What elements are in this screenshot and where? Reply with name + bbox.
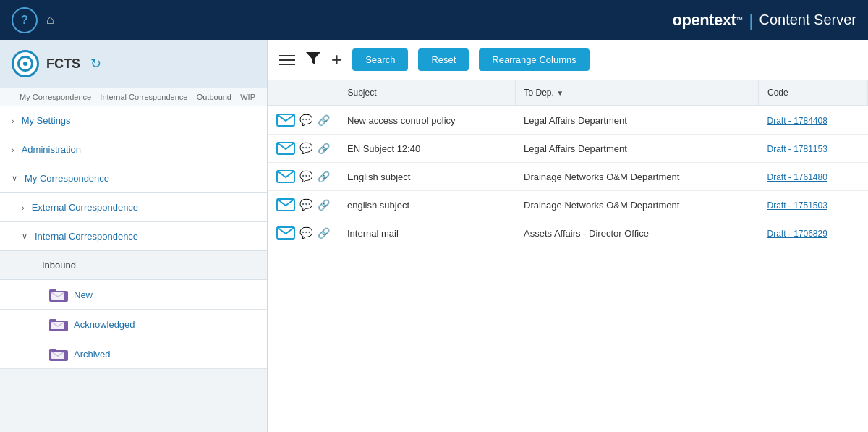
table-row[interactable]: 💬 🔗 EN Subject 12:40Legal Affairs Depart… [268,135,868,163]
sidebar-item-external-correspondence[interactable]: › External Correspondence [0,193,267,222]
brand-content-server: Content Server [759,12,856,28]
comment-icon: 💬 [299,114,313,127]
table-row[interactable]: 💬 🔗 New access control policyLegal Affai… [268,106,868,135]
row-code[interactable]: Draft - 1781153 [758,135,867,163]
code-link[interactable]: Draft - 1781153 [767,144,827,154]
svg-rect-1 [49,289,56,292]
row-icons-cell: 💬 🔗 [268,106,339,135]
row-code[interactable]: Draft - 1784408 [758,106,867,135]
refresh-icon[interactable]: ↻ [90,56,101,72]
sidebar-item-my-correspondence[interactable]: ∨ My Correspondence [0,164,267,193]
link-icon: 🔗 [318,143,330,154]
sidebar-header: FCTS ↻ [0,40,267,88]
sidebar-item-administration[interactable]: › Administration [0,135,267,164]
brand-tm: ™ [736,16,743,24]
comment-icon: 💬 [299,142,313,155]
row-subject: english subject [339,191,515,219]
fcts-label: FCTS [46,56,80,72]
help-button[interactable]: ? [12,7,38,33]
sidebar-folder-acknowledged[interactable]: Acknowledged [0,310,267,339]
home-icon[interactable]: ⌂ [46,12,54,27]
table-row[interactable]: 💬 🔗 english subjectDrainage Networks O&M… [268,191,868,219]
row-to-dep: Legal Affairs Department [515,135,758,163]
row-to-dep: Drainage Networks O&M Department [515,191,758,219]
mail-icon [276,226,295,240]
code-link[interactable]: Draft - 1706829 [767,229,827,239]
sidebar-item-my-settings[interactable]: › My Settings [0,106,267,135]
content-area: + Search Reset Rearrange Columns Subject… [268,40,868,432]
folder-acknowledged-label: Acknowledged [74,319,135,330]
brand-divider: | [749,10,753,30]
table-row[interactable]: 💬 🔗 Internal mailAssets Affairs - Direct… [268,219,868,247]
table-row[interactable]: 💬 🔗 English subjectDrainage Networks O&M… [268,163,868,191]
col-header-icons [268,80,339,106]
row-subject: EN Subject 12:40 [339,135,515,163]
row-code[interactable]: Draft - 1751503 [758,191,867,219]
folder-new-icon [49,287,68,302]
sidebar-folder-archived[interactable]: Archived [0,339,267,369]
row-icons-cell: 💬 🔗 [268,135,339,163]
svg-marker-9 [306,52,320,64]
row-subject: New access control policy [339,106,515,135]
row-code[interactable]: Draft - 1706829 [758,219,867,247]
row-icons-cell: 💬 🔗 [268,219,339,247]
sidebar: FCTS ↻ My Correspondence – Internal Corr… [0,40,268,432]
sidebar-item-inbound: Inbound [0,251,267,280]
fcts-logo-icon [12,50,39,77]
sidebar-item-label: Internal Correspondence [35,231,138,242]
rearrange-columns-button[interactable]: Rearrange Columns [479,48,589,71]
code-link[interactable]: Draft - 1761480 [767,172,827,182]
brand-logo: opentext™ | Content Server [673,10,856,30]
chevron-down-icon: ∨ [22,232,27,241]
table-header-row: Subject To Dep. ▼ Code [268,80,868,106]
mail-icon [276,198,295,211]
comment-icon: 💬 [299,226,313,240]
top-bar-left: ? ⌂ [12,7,54,33]
chevron-down-icon: ∨ [12,174,17,183]
svg-rect-7 [49,349,56,352]
folder-archived-icon [49,347,68,361]
row-subject: English subject [339,163,515,191]
row-icons-cell: 💬 🔗 [268,191,339,219]
sidebar-item-label: External Correspondence [32,202,138,213]
comment-icon: 💬 [299,198,313,211]
main-area: FCTS ↻ My Correspondence – Internal Corr… [0,40,868,432]
toolbar: + Search Reset Rearrange Columns [268,40,868,80]
folder-acknowledged-icon [49,317,68,331]
col-header-code: Code [758,80,867,106]
folder-new-label: New [74,289,93,300]
link-icon: 🔗 [318,114,330,126]
search-button[interactable]: Search [352,48,408,71]
row-subject: Internal mail [339,219,515,247]
col-header-to-dep[interactable]: To Dep. ▼ [515,80,758,106]
reset-button[interactable]: Reset [418,48,469,71]
top-navigation-bar: ? ⌂ opentext™ | Content Server [0,0,868,40]
inbound-label: Inbound [42,260,76,271]
breadcrumb: My Correspondence – Internal Corresponde… [0,88,267,106]
sidebar-folder-new[interactable]: New [0,280,267,310]
sidebar-item-internal-correspondence[interactable]: ∨ Internal Correspondence [0,222,267,251]
chevron-right-icon: › [12,117,14,125]
sidebar-item-label: Administration [22,144,81,155]
sidebar-item-label: My Correspondence [25,173,109,184]
row-to-dep: Legal Affairs Department [515,106,758,135]
code-link[interactable]: Draft - 1784408 [767,116,827,126]
mail-icon [276,114,295,127]
mail-icon [276,142,295,155]
col-header-subject[interactable]: Subject [339,80,515,106]
mail-icon [276,170,295,183]
link-icon: 🔗 [318,199,330,211]
filter-icon[interactable] [305,50,321,69]
folder-archived-label: Archived [74,349,111,360]
code-link[interactable]: Draft - 1751503 [767,200,827,211]
data-table: Subject To Dep. ▼ Code [268,80,868,432]
row-to-dep: Drainage Networks O&M Department [515,163,758,191]
row-to-dep: Assets Affairs - Director Office [515,219,758,247]
sort-arrow-icon: ▼ [556,89,563,97]
row-icons-cell: 💬 🔗 [268,163,339,191]
add-button[interactable]: + [331,48,342,71]
row-code[interactable]: Draft - 1761480 [758,163,867,191]
menu-toggle-button[interactable] [279,55,295,65]
sidebar-item-label: My Settings [22,115,71,126]
brand-opentext: opentext [673,11,736,30]
